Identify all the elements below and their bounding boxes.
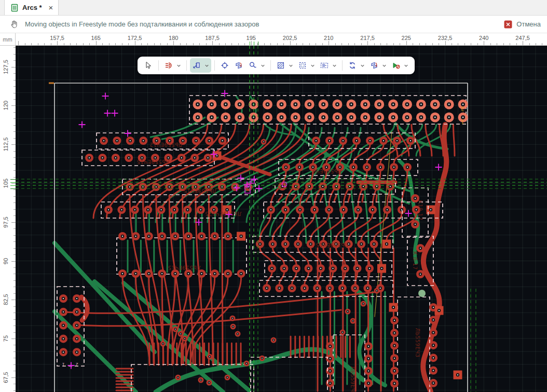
- pad[interactable]: [237, 232, 245, 241]
- pad[interactable]: [429, 341, 437, 349]
- pad[interactable]: [364, 367, 373, 375]
- pad[interactable]: [183, 206, 192, 214]
- pad[interactable]: [364, 379, 373, 387]
- pad[interactable]: [207, 113, 216, 123]
- center-view-button[interactable]: [218, 59, 231, 72]
- pad[interactable]: [158, 269, 166, 278]
- hatch-fill-button[interactable]: [275, 59, 287, 72]
- pad[interactable]: [390, 316, 399, 325]
- pad[interactable]: [364, 355, 373, 363]
- pad[interactable]: [192, 137, 200, 145]
- pad[interactable]: [338, 284, 347, 292]
- flip-layer-2-button[interactable]: [368, 59, 380, 72]
- pad[interactable]: [398, 206, 406, 214]
- pad[interactable]: [365, 264, 374, 273]
- pad[interactable]: [360, 113, 370, 123]
- pad[interactable]: [221, 100, 230, 110]
- pad[interactable]: [429, 379, 437, 387]
- pad[interactable]: [383, 206, 391, 214]
- pad[interactable]: [237, 269, 245, 278]
- pad[interactable]: [118, 232, 127, 240]
- pad[interactable]: [275, 284, 283, 292]
- pad[interactable]: [152, 183, 160, 191]
- pad[interactable]: [292, 182, 300, 191]
- pad[interactable]: [388, 100, 398, 110]
- pad[interactable]: [73, 334, 81, 343]
- pad[interactable]: [145, 269, 153, 278]
- pad[interactable]: [291, 100, 300, 110]
- pad[interactable]: [118, 269, 127, 278]
- pad[interactable]: [333, 100, 343, 110]
- pad[interactable]: [139, 137, 147, 145]
- pad[interactable]: [325, 206, 333, 214]
- pad[interactable]: [313, 284, 321, 292]
- pad[interactable]: [277, 100, 286, 110]
- pad[interactable]: [411, 220, 419, 228]
- pad[interactable]: [197, 206, 205, 214]
- pad[interactable]: [319, 182, 327, 191]
- pad[interactable]: [288, 284, 296, 292]
- pad[interactable]: [224, 269, 232, 278]
- pad[interactable]: [430, 100, 440, 110]
- pad[interactable]: [263, 284, 271, 292]
- route-tool-button[interactable]: [162, 59, 175, 72]
- pad[interactable]: [319, 100, 329, 110]
- zoom-region-button[interactable]: [247, 59, 259, 72]
- pad[interactable]: [113, 137, 121, 145]
- pad[interactable]: [112, 154, 120, 162]
- route-tool-dropdown[interactable]: [175, 59, 183, 72]
- pad[interactable]: [370, 240, 378, 248]
- run-check-button[interactable]: [390, 59, 402, 72]
- pad[interactable]: [256, 240, 264, 248]
- pad[interactable]: [317, 264, 325, 273]
- pad[interactable]: [403, 163, 412, 171]
- refresh-view-dropdown[interactable]: [359, 59, 366, 72]
- pad[interactable]: [157, 206, 166, 214]
- pad[interactable]: [429, 367, 437, 375]
- pad[interactable]: [59, 348, 67, 356]
- pad[interactable]: [197, 232, 206, 240]
- pad[interactable]: [170, 206, 179, 214]
- pad[interactable]: [416, 270, 425, 278]
- pad[interactable]: [295, 163, 304, 171]
- pad[interactable]: [353, 264, 362, 273]
- run-check-dropdown[interactable]: [402, 59, 410, 72]
- pad[interactable]: [332, 182, 340, 191]
- pcb-canvas[interactable]: ЛЬ559ЕЧ12ЛЬ559ЕЧ15ЛЬ559ЕЧ5ЛЬ559ЕЧ15ЛЬ559…: [16, 46, 547, 392]
- pad[interactable]: [296, 206, 304, 214]
- pad[interactable]: [416, 100, 426, 110]
- pad[interactable]: [435, 306, 444, 315]
- pad[interactable]: [376, 163, 385, 171]
- pad[interactable]: [277, 113, 286, 123]
- pad[interactable]: [171, 232, 180, 240]
- horizontal-ruler[interactable]: 157,5165172,5180187,5195202,5210217,5225…: [16, 33, 547, 46]
- pad[interactable]: [379, 137, 388, 145]
- pad[interactable]: [158, 232, 166, 240]
- pad[interactable]: [346, 113, 356, 123]
- pad[interactable]: [326, 342, 334, 350]
- pad[interactable]: [235, 113, 244, 123]
- refresh-view-button[interactable]: [346, 59, 359, 72]
- pad[interactable]: [211, 232, 219, 240]
- pad[interactable]: [366, 137, 374, 145]
- pad[interactable]: [73, 348, 81, 356]
- pad[interactable]: [305, 264, 313, 273]
- pad[interactable]: [307, 240, 315, 248]
- pad[interactable]: [390, 329, 399, 337]
- pad[interactable]: [389, 303, 398, 312]
- pad[interactable]: [100, 137, 108, 145]
- pad[interactable]: [305, 182, 313, 191]
- pad[interactable]: [73, 294, 81, 303]
- pad[interactable]: [382, 240, 391, 249]
- pad[interactable]: [406, 137, 415, 145]
- pad[interactable]: [368, 206, 377, 214]
- selection-rect-dropdown[interactable]: [309, 59, 317, 72]
- pad[interactable]: [352, 137, 361, 145]
- pad[interactable]: [59, 294, 67, 303]
- pad[interactable]: [349, 163, 358, 171]
- pad[interactable]: [363, 163, 371, 171]
- pad[interactable]: [346, 100, 356, 110]
- pad[interactable]: [244, 183, 253, 191]
- pad[interactable]: [393, 137, 401, 145]
- pad[interactable]: [190, 154, 199, 162]
